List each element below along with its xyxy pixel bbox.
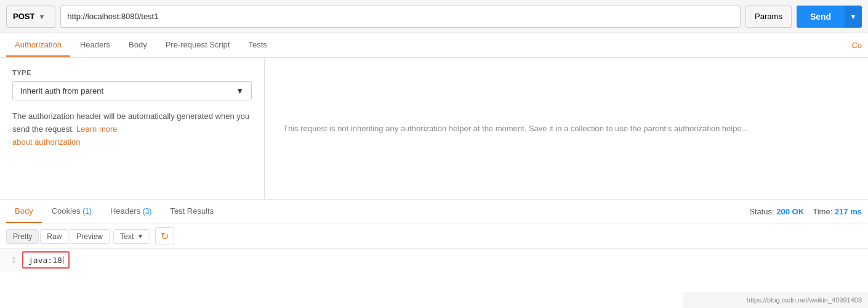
auth-type-label: TYPE [12,69,252,76]
auth-select-chevron-icon: ▼ [236,86,244,95]
method-label: POST [13,12,34,21]
learn-more-link[interactable]: Learn more [76,124,117,134]
code-editor: 1 java:18 [0,249,868,298]
auth-type-dropdown[interactable]: Inherit auth from parent ▼ [12,81,252,100]
code-value[interactable]: java:18 [22,251,70,269]
top-bar: POST ▼ Params Send ▼ [0,0,868,33]
tab-body[interactable]: Body [120,34,156,57]
auth-content: TYPE Inherit auth from parent ▼ The auth… [0,58,868,200]
wrap-lines-button[interactable]: ↻ [155,227,174,245]
method-dropdown[interactable]: POST ▼ [6,6,55,28]
time-value: 217 ms [835,207,862,216]
resp-tab-headers[interactable]: Headers (3) [102,200,160,223]
bottom-bar: https://blog.csdn.net/weikin_40991408 [683,292,868,308]
status-value: 200 OK [776,207,804,216]
resp-tab-test-results[interactable]: Test Results [161,200,222,223]
resp-tab-cookies[interactable]: Cookies (1) [43,200,100,223]
raw-button[interactable]: Raw [40,229,68,244]
line-number: 1 [0,249,22,271]
cookies-badge: (1) [82,207,92,216]
auth-right-panel: This request is not inheriting any autho… [265,58,868,199]
tab-right-label: Co [851,34,862,56]
auth-type-value: Inherit auth from parent [20,86,103,95]
tab-headers[interactable]: Headers [71,34,119,57]
send-dropdown-button[interactable]: ▼ [845,6,862,28]
send-group: Send ▼ [797,6,862,28]
pretty-button[interactable]: Pretty [6,229,39,244]
url-input[interactable] [60,6,741,28]
about-authorization-link[interactable]: about authorization [12,137,81,147]
format-type-value: Text [120,232,134,241]
send-button[interactable]: Send [797,6,845,28]
format-type-dropdown[interactable]: Text ▼ [113,229,150,244]
response-toolbar: Pretty Raw Preview Text ▼ ↻ [0,224,868,249]
format-type-chevron-icon: ▼ [137,233,143,240]
bottom-link: https://blog.csdn.net/weikin_40991408 [747,296,862,304]
response-status: Status: 200 OK Time: 217 ms [749,207,862,216]
request-tabs: Authorization Headers Body Pre-request S… [0,33,868,58]
auth-description: The authorization header will be automat… [12,110,252,148]
method-chevron-icon: ▼ [38,13,45,20]
tab-pre-request-script[interactable]: Pre-request Script [157,34,239,57]
headers-badge: (3) [143,207,152,216]
tab-tests[interactable]: Tests [239,34,275,57]
auth-helper-text: This request is not inheriting any autho… [283,124,748,133]
auth-left-panel: TYPE Inherit auth from parent ▼ The auth… [0,58,265,199]
preview-button[interactable]: Preview [70,229,110,244]
resp-tab-body[interactable]: Body [6,200,42,223]
code-line-1: 1 java:18 [0,249,868,271]
tab-authorization[interactable]: Authorization [6,34,70,57]
params-button[interactable]: Params [745,6,792,28]
response-tabs-bar: Body Cookies (1) Headers (3) Test Result… [0,200,868,224]
